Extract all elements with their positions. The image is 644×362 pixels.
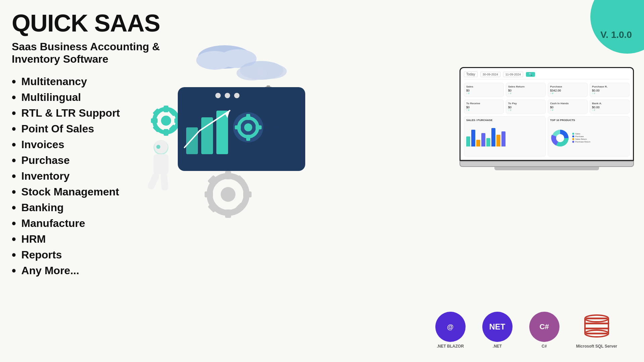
svg-rect-46 [154,154,168,174]
svg-rect-35 [235,125,241,129]
feature-item: Reports [12,249,173,261]
pie-container: SalesPurchaseSales ReturnPurchase Return [550,123,627,153]
svg-point-45 [156,145,160,149]
stat-card: Sales $0 ↑ # [464,83,504,97]
svg-rect-26 [186,127,198,154]
svg-rect-33 [246,114,250,120]
svg-rect-36 [256,125,262,129]
stat-label: Sales [466,85,501,88]
legend-item: Purchase [572,135,590,137]
pie-chart-title: TOP 10 PRODUCTS [550,119,627,122]
svg-rect-28 [216,111,228,154]
date-from: 30-09-2024 [480,72,500,77]
pie-chart-card: TOP 10 PRODUCTS SalesPurchaseSales Retur… [548,116,630,157]
dashboard-header: Today 30-09-2024 11-09-2024 🔍 [464,71,630,79]
legend-item: Sales [572,133,590,135]
legend-item: Sales Return [572,138,590,140]
pie-chart-svg [550,128,570,148]
sql-label: Microsoft SQL Server [576,344,617,349]
svg-point-25 [234,93,239,98]
stat-value: $0.00 [592,89,627,92]
stat-label: To Receive [466,102,501,105]
svg-rect-51 [225,171,231,179]
legend-item: Purchase Return [572,141,590,143]
tech-logos-section: @ .NET BLAZOR NET .NET C# C# [435,312,617,349]
svg-rect-47 [147,172,160,190]
stat-value: $342.00 [550,89,585,92]
stat-sub: ↑ # [592,92,627,95]
svg-rect-48 [160,173,168,191]
stat-sub: ↑ # [508,92,543,95]
svg-point-32 [244,123,252,131]
stat-sub: ↑ # [550,109,585,111]
svg-rect-10 [151,118,158,123]
stat-sub: ↑ # [508,109,543,111]
sql-logo-svg [582,312,612,342]
stat-value: $0 [466,89,501,92]
svg-rect-9 [164,129,168,136]
svg-point-24 [225,93,230,98]
hero-illustration [134,27,453,235]
stat-card: Purchase $342.00 ↑ # [548,83,588,97]
illustration-area [134,27,470,245]
net-icon: NET [482,312,513,342]
feature-item: Any More... [12,264,173,277]
stat-card: Purchase R. $0.00 ↑ # [590,83,630,97]
stat-value: $0.00 [592,106,627,109]
filter-label: Today [464,71,478,77]
stat-value: $0 [550,106,585,109]
stat-label: Purchase R. [592,85,627,88]
blazor-label: .NET BLAZOR [437,344,464,349]
laptop-stand [494,167,599,170]
bar-chart-card: SALES / PURCHASE [464,116,546,157]
stat-label: Purchase [550,85,585,88]
stat-sub: ↑ # [466,92,501,95]
net-label: .NET [493,344,502,349]
svg-point-7 [161,116,171,126]
bar-chart [466,123,543,146]
svg-rect-8 [164,106,168,112]
stats-row-1: Sales $0 ↑ # Sales Return $0 ↑ # Purchas… [464,83,630,97]
date-to: 11-09-2024 [503,72,523,77]
stat-label: Sales Return [508,85,543,88]
svg-rect-53 [205,191,213,197]
stat-label: Bank A. [592,102,627,105]
laptop-base [460,161,634,167]
blazor-icon: @ [435,312,466,342]
logo-blazor: @ .NET BLAZOR [435,312,466,349]
svg-rect-41 [276,134,281,154]
stat-value: $0 [508,89,543,92]
svg-rect-52 [225,209,231,218]
laptop-screen: Today 30-09-2024 11-09-2024 🔍 Sales $0 ↑… [460,67,634,161]
csharp-label: C# [542,344,547,349]
svg-rect-34 [246,135,250,141]
stats-row-2: To Receive $0 ↑ # To Pay $0 ↑ # Cash In … [464,100,630,114]
charts-row: SALES / PURCHASE TOP 10 PRODUCTS [464,116,630,157]
stat-sub: ↑ # [550,92,585,95]
stat-sub: ↑ # [592,109,627,111]
search-btn[interactable]: 🔍 [526,72,535,77]
svg-rect-54 [243,191,252,197]
bar-chart-title: SALES / PURCHASE [466,119,543,122]
svg-point-23 [215,93,221,98]
stat-value: $0 [466,106,501,109]
svg-point-50 [221,187,235,202]
stat-value: $0 [508,106,543,109]
laptop-mockup: Today 30-09-2024 11-09-2024 🔍 Sales $0 ↑… [460,67,634,170]
version-badge: V. 1.0.0 [590,0,644,54]
logo-sql: Microsoft SQL Server [576,312,617,349]
stat-card: Bank A. $0.00 ↑ # [590,100,630,114]
version-text: V. 1.0.0 [600,29,632,40]
pie-legend: SalesPurchaseSales ReturnPurchase Return [572,133,590,143]
stat-card: Cash In Hands $0 ↑ # [548,100,588,114]
svg-point-37 [274,97,289,111]
stat-card: To Receive $0 ↑ # [464,100,504,114]
svg-point-5 [257,64,287,79]
logo-csharp: C# C# [529,312,559,349]
stat-label: To Pay [508,102,543,105]
csharp-icon: C# [529,312,559,342]
stat-sub: ↑ # [466,109,501,111]
svg-point-60 [556,134,564,142]
svg-rect-42 [281,134,286,154]
stat-card: Sales Return $0 ↑ # [506,83,546,97]
